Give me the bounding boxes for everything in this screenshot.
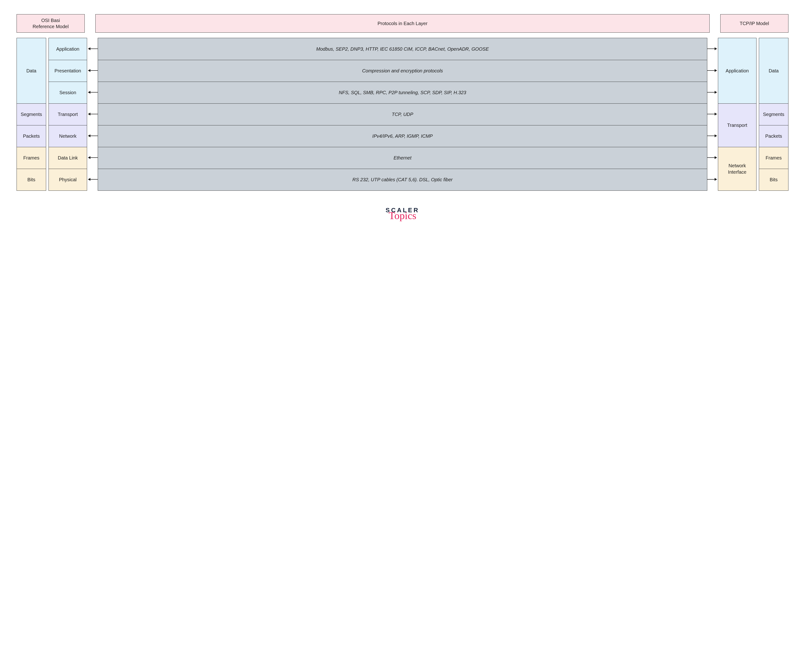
osi-layer: Physical: [49, 169, 87, 191]
osi-layer: Data Link: [49, 147, 87, 169]
header-osi: OSI BasiReference Model: [16, 14, 85, 33]
arrow-right-icon: [707, 168, 718, 190]
protocol-cell: TCP, UDP: [98, 104, 707, 125]
osi-data-unit: Packets: [17, 125, 46, 147]
diagram-body: Data Segments Packets Frames Bits Applic…: [16, 38, 789, 191]
osi-data-unit: Data: [17, 38, 46, 104]
tcpip-data-unit: Packets: [759, 125, 788, 147]
protocol-cell: Ethernet: [98, 147, 707, 169]
osi-layer: Presentation: [49, 60, 87, 82]
brand-logo: SCALER Topics: [386, 207, 419, 221]
arrow-right-icon: [707, 38, 718, 60]
osi-layer: Application: [49, 38, 87, 60]
tcpip-data-unit: Data: [759, 38, 788, 104]
protocol-cell: RS 232, UTP cables (CAT 5,6). DSL, Optic…: [98, 169, 707, 191]
osi-data-unit: Bits: [17, 169, 46, 191]
tcpip-layer: Application: [718, 38, 756, 104]
arrow-right-icon: [707, 81, 718, 103]
header-row: OSI BasiReference Model Protocols in Eac…: [16, 14, 789, 33]
tcpip-data-unit: Frames: [759, 147, 788, 169]
arrows-right: [707, 38, 718, 191]
tcpip-data-unit: Segments: [759, 104, 788, 125]
tcpip-layer: Transport: [718, 104, 756, 147]
arrow-right-icon: [707, 147, 718, 168]
osi-layer: Network: [49, 125, 87, 147]
protocol-cell: NFS, SQL, SMB, RPC, P2P tunneling, SCP, …: [98, 82, 707, 104]
tcpip-layers-column: Application Transport Network Interface: [718, 38, 756, 191]
header-protocols: Protocols in Each Layer: [95, 14, 710, 33]
arrow-right-icon: [707, 60, 718, 81]
arrow-left-icon: [87, 81, 98, 103]
protocol-cell: Modbus, SEP2, DNP3, HTTP, IEC 61850 CIM,…: [98, 38, 707, 60]
arrow-left-icon: [87, 168, 98, 190]
arrow-left-icon: [87, 38, 98, 60]
osi-data-unit: Segments: [17, 104, 46, 125]
tcpip-data-unit: Bits: [759, 169, 788, 191]
brand-bottom: Topics: [389, 210, 416, 221]
osi-layer: Transport: [49, 104, 87, 125]
osi-layer: Session: [49, 82, 87, 104]
arrow-left-icon: [87, 125, 98, 147]
tcpip-layer: Network Interface: [718, 147, 756, 191]
arrow-left-icon: [87, 103, 98, 125]
osi-data-unit: Frames: [17, 147, 46, 169]
arrows-left: [87, 38, 98, 191]
arrow-left-icon: [87, 147, 98, 168]
tcpip-data-units-column: Data Segments Packets Frames Bits: [759, 38, 789, 191]
header-tcpip: TCP/IP Model: [720, 14, 789, 33]
protocols-column: Modbus, SEP2, DNP3, HTTP, IEC 61850 CIM,…: [98, 38, 707, 191]
protocol-cell: IPv4/IPv6, ARP, IGMP, ICMP: [98, 125, 707, 147]
arrow-right-icon: [707, 125, 718, 147]
osi-layers-column: Application Presentation Session Transpo…: [49, 38, 87, 191]
arrow-left-icon: [87, 60, 98, 81]
protocol-cell: Compression and encryption protocols: [98, 60, 707, 82]
osi-data-units-column: Data Segments Packets Frames Bits: [16, 38, 46, 191]
osi-tcpip-diagram: OSI BasiReference Model Protocols in Eac…: [16, 14, 789, 221]
arrow-right-icon: [707, 103, 718, 125]
